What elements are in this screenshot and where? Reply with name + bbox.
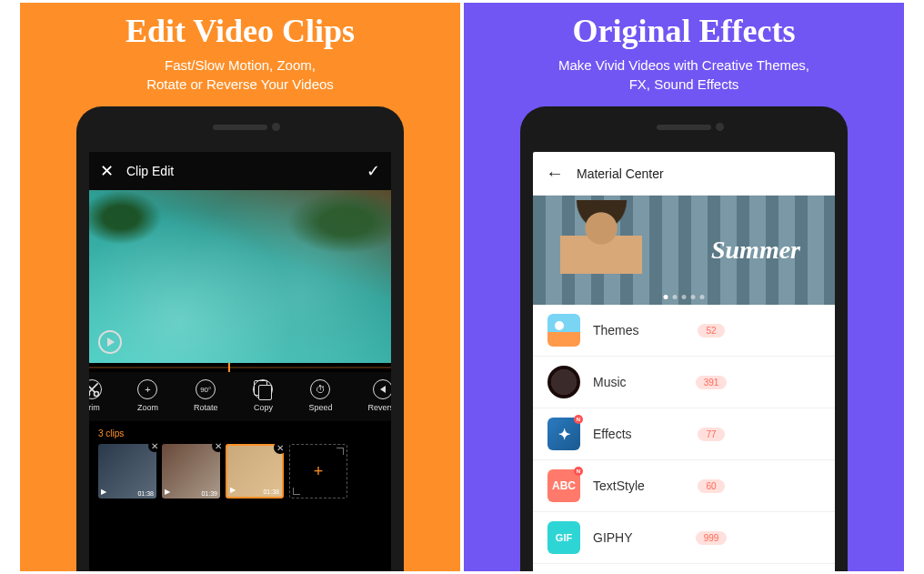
clips-list: ✕ ▶ 01:38 ✕ ▶ 01:39 ✕ ▶ 01:38 bbox=[98, 444, 382, 498]
effects-icon: N bbox=[547, 418, 580, 450]
promo-banner[interactable]: Summer bbox=[533, 196, 835, 305]
phone-frame-left: ✕ Clip Edit ✓ Trim + bbox=[76, 106, 404, 571]
edit-video-panel: Edit Video Clips Fast/Slow Motion, Zoom,… bbox=[20, 3, 460, 571]
clips-count-label: 3 clips bbox=[98, 428, 382, 438]
scissors-icon bbox=[89, 379, 102, 399]
clip-edit-screen: ✕ Clip Edit ✓ Trim + bbox=[89, 152, 391, 571]
toolbar: Trim + Zoom 90° Rotate Copy ⏱ Speed bbox=[89, 372, 391, 421]
panel-subtitle: Fast/Slow Motion, Zoom, Rotate or Revers… bbox=[146, 55, 334, 94]
phone-frame-right: ← Material Center Summer Themes 52 bbox=[520, 106, 848, 571]
original-effects-panel: Original Effects Make Vivid Videos with … bbox=[464, 3, 904, 571]
close-icon[interactable]: ✕ bbox=[100, 161, 114, 181]
clip-play-icon: ▶ bbox=[230, 486, 236, 494]
delete-clip-icon[interactable]: ✕ bbox=[274, 441, 286, 454]
themes-icon bbox=[547, 314, 580, 347]
music-icon bbox=[547, 366, 580, 398]
list-item-textstyle[interactable]: ABCN TextStyle 60 bbox=[533, 460, 835, 512]
speed-tool[interactable]: ⏱ Speed bbox=[305, 379, 336, 412]
panel-title: Original Effects bbox=[573, 12, 796, 50]
count-badge: 391 bbox=[696, 376, 728, 389]
video-preview[interactable] bbox=[89, 190, 391, 363]
list-item-stickers[interactable]: Stickers bbox=[533, 564, 835, 571]
list-item-music[interactable]: Music 391 bbox=[533, 357, 835, 408]
material-list[interactable]: Themes 52 Music 391 N Effects 77 bbox=[533, 305, 835, 571]
new-badge: N bbox=[574, 467, 583, 476]
delete-clip-icon[interactable]: ✕ bbox=[212, 439, 225, 452]
delete-clip-icon[interactable]: ✕ bbox=[148, 439, 161, 452]
material-center-topbar: ← Material Center bbox=[533, 152, 835, 196]
list-item-themes[interactable]: Themes 52 bbox=[533, 305, 835, 357]
rotate-tool[interactable]: 90° Rotate bbox=[190, 379, 222, 412]
clip-play-icon: ▶ bbox=[101, 488, 106, 496]
zoom-icon: + bbox=[137, 379, 157, 399]
count-badge: 60 bbox=[698, 479, 724, 493]
list-item-effects[interactable]: N Effects 77 bbox=[533, 408, 835, 460]
confirm-icon[interactable]: ✓ bbox=[367, 161, 380, 181]
count-badge: 999 bbox=[696, 531, 728, 545]
reverse-icon bbox=[373, 379, 391, 399]
reverse-tool[interactable]: Reverse bbox=[364, 379, 391, 412]
textstyle-icon: ABCN bbox=[547, 469, 580, 502]
play-icon[interactable] bbox=[98, 330, 122, 354]
panel-title: Edit Video Clips bbox=[126, 12, 355, 50]
new-badge: N bbox=[574, 415, 583, 424]
clips-section: 3 clips ✕ ▶ 01:38 ✕ ▶ 01:39 ✕ ▶ bbox=[89, 421, 391, 506]
panel-subtitle: Make Vivid Videos with Creative Themes, … bbox=[558, 55, 809, 94]
copy-tool[interactable]: Copy bbox=[249, 379, 276, 412]
count-badge: 77 bbox=[698, 428, 724, 441]
speed-icon: ⏱ bbox=[310, 379, 330, 399]
copy-icon bbox=[253, 379, 273, 399]
count-badge: 52 bbox=[698, 324, 724, 337]
clip-play-icon: ▶ bbox=[165, 488, 170, 496]
clip-thumbnail[interactable]: ✕ ▶ 01:39 bbox=[162, 444, 220, 498]
rotate-icon: 90° bbox=[196, 379, 216, 399]
material-center-screen: ← Material Center Summer Themes 52 bbox=[533, 152, 835, 571]
screen-title: Material Center bbox=[577, 166, 664, 181]
list-item-giphy[interactable]: GIF GIPHY 999 bbox=[533, 512, 835, 564]
giphy-icon: GIF bbox=[547, 521, 580, 554]
carousel-dots[interactable] bbox=[664, 295, 705, 299]
banner-title: Summer bbox=[711, 236, 800, 265]
screen-title: Clip Edit bbox=[126, 164, 174, 178]
trim-tool[interactable]: Trim bbox=[89, 379, 105, 412]
zoom-tool[interactable]: + Zoom bbox=[134, 379, 162, 412]
clip-edit-topbar: ✕ Clip Edit ✓ bbox=[89, 152, 391, 190]
timeline-scrubber[interactable] bbox=[89, 367, 391, 368]
clip-thumbnail-selected[interactable]: ✕ ▶ 01:38 bbox=[226, 444, 284, 498]
clip-thumbnail[interactable]: ✕ ▶ 01:38 bbox=[98, 444, 156, 498]
back-icon[interactable]: ← bbox=[546, 163, 564, 184]
add-clip-button[interactable]: + bbox=[289, 444, 347, 498]
